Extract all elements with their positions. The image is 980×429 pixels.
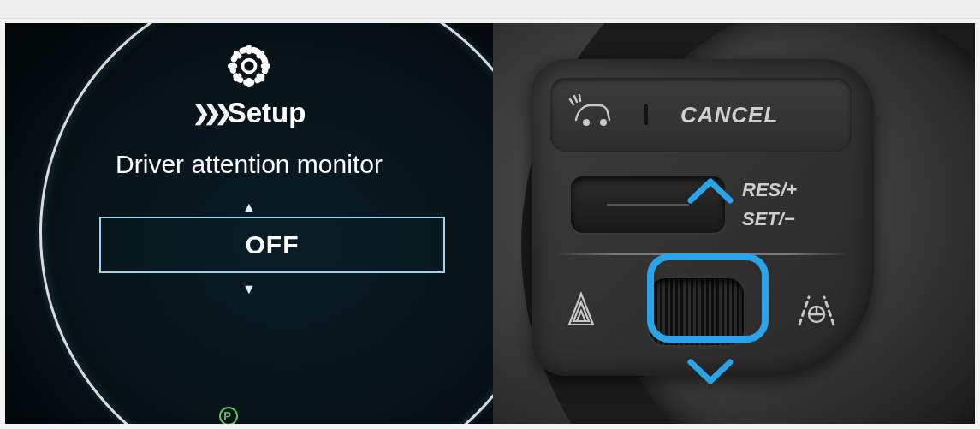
odometer-row	[219, 407, 238, 424]
control-pod: CANCEL RES/+ SET/−	[532, 59, 874, 376]
dashboard-screen: ❯❯❯ Setup Driver attention monitor ▲ OFF…	[5, 23, 493, 424]
svg-point-0	[243, 60, 256, 73]
scroll-wheel[interactable]	[650, 278, 744, 345]
content-split: ❯❯❯ Setup Driver attention monitor ▲ OFF…	[0, 19, 980, 429]
park-indicator-icon	[219, 407, 238, 424]
pod-divider	[555, 253, 848, 255]
option-value: OFF	[246, 230, 300, 259]
distance-icon[interactable]	[567, 94, 617, 135]
setup-breadcrumb: ❯❯❯ Setup	[193, 97, 306, 129]
pod-bottom-row	[550, 265, 852, 359]
chevrons-icon: ❯❯❯	[193, 101, 226, 125]
res-label[interactable]: RES/+	[742, 176, 797, 205]
gear-icon	[225, 42, 273, 93]
pod-mid-row: RES/+ SET/−	[550, 162, 852, 247]
following-distance-icon[interactable]	[564, 290, 598, 333]
res-set-labels: RES/+ SET/−	[742, 176, 797, 234]
cancel-button[interactable]: CANCEL	[680, 102, 778, 128]
lane-keep-icon[interactable]	[795, 290, 838, 333]
pod-top-row: CANCEL	[550, 78, 852, 152]
arrow-down-icon[interactable]: ▼	[242, 282, 256, 297]
svg-point-3	[600, 119, 607, 126]
status-led	[644, 104, 648, 125]
menu-label: Setup	[228, 97, 306, 129]
arrow-up-icon[interactable]: ▲	[242, 200, 256, 215]
svg-point-1	[233, 50, 266, 83]
set-label[interactable]: SET/−	[742, 205, 797, 234]
svg-point-2	[583, 119, 590, 126]
option-value-box[interactable]: OFF	[99, 217, 445, 273]
steering-wheel-panel: CANCEL RES/+ SET/−	[493, 23, 975, 424]
window-topbar	[0, 0, 980, 19]
speed-rocker[interactable]	[571, 176, 725, 233]
setting-title: Driver attention monitor	[116, 150, 383, 179]
